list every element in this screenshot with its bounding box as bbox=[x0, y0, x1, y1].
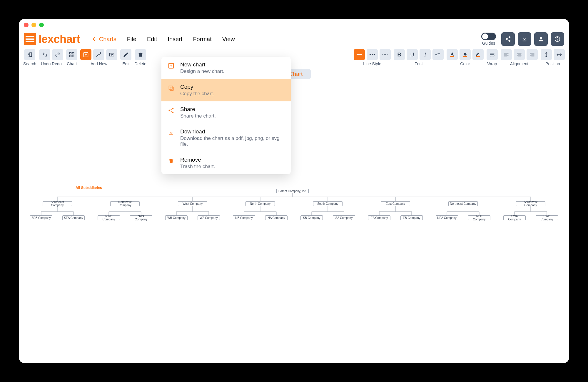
menu-bar: Charts File Edit Insert Format View bbox=[92, 36, 235, 43]
account-button[interactable] bbox=[534, 32, 548, 46]
help-icon bbox=[554, 36, 561, 42]
undo-button[interactable] bbox=[39, 49, 50, 60]
font-size-button[interactable]: TT bbox=[432, 49, 444, 60]
window-zoom-button[interactable] bbox=[39, 23, 44, 27]
org-node[interactable]: Southeast Company bbox=[43, 201, 72, 206]
canvas[interactable]: e Chart All Subsidiaries Parent Company,… bbox=[19, 69, 569, 363]
font-label: Font bbox=[415, 61, 423, 66]
arrows-v-icon bbox=[543, 52, 549, 58]
bold-button[interactable]: B bbox=[394, 49, 405, 60]
add-connector-button[interactable] bbox=[93, 49, 104, 60]
redo-button[interactable] bbox=[52, 49, 63, 60]
position-up-button[interactable] bbox=[541, 49, 552, 60]
org-node[interactable]: SEB Company bbox=[30, 215, 52, 220]
org-node[interactable]: EB Company bbox=[400, 215, 423, 220]
dd-desc: Design a new chart. bbox=[180, 68, 224, 74]
menu-insert[interactable]: Insert bbox=[168, 36, 182, 43]
toolbar-group-wrap: Wrap bbox=[487, 49, 498, 66]
add-box-button[interactable] bbox=[80, 49, 91, 60]
org-node[interactable]: South Company bbox=[313, 201, 343, 206]
org-node[interactable]: West Company bbox=[178, 201, 207, 206]
guides-toggle[interactable] bbox=[481, 33, 496, 40]
dd-title: Remove bbox=[180, 157, 215, 163]
fill-color-button[interactable] bbox=[460, 49, 471, 60]
dropdown-new-chart[interactable]: New chart Design a new chart. bbox=[161, 57, 291, 79]
italic-button[interactable]: I bbox=[420, 49, 431, 60]
help-button[interactable] bbox=[551, 32, 564, 46]
svg-rect-62 bbox=[169, 86, 172, 89]
download-button[interactable] bbox=[518, 32, 531, 46]
org-node[interactable]: NEB Company bbox=[468, 215, 490, 220]
org-node[interactable]: East Company bbox=[381, 201, 410, 206]
delete-button[interactable] bbox=[135, 49, 146, 60]
dropdown-copy[interactable]: Copy Copy the chart. bbox=[161, 79, 291, 101]
org-node[interactable]: Northeast Company bbox=[448, 201, 478, 206]
dd-desc: Trash the chart. bbox=[180, 164, 215, 170]
org-node[interactable]: Parent Company, Inc. bbox=[276, 189, 309, 193]
menu-format[interactable]: Format bbox=[193, 36, 211, 43]
toolbar-group-edit: Edit bbox=[120, 49, 131, 66]
window-minimize-button[interactable] bbox=[31, 23, 36, 27]
line-dotted-button[interactable] bbox=[380, 49, 391, 60]
org-node[interactable]: WA Company bbox=[198, 215, 220, 220]
org-node[interactable]: SA Company bbox=[333, 215, 355, 220]
download-icon bbox=[521, 36, 528, 42]
dropdown-download[interactable]: Download Download the chart as a pdf, jp… bbox=[161, 124, 291, 152]
org-node[interactable]: NA Company bbox=[265, 215, 288, 220]
org-node[interactable]: NWB Company bbox=[98, 215, 120, 220]
align-left-button[interactable] bbox=[501, 49, 512, 60]
add-text-button[interactable] bbox=[106, 49, 117, 60]
org-node[interactable]: North Company bbox=[245, 201, 275, 206]
chart-button[interactable] bbox=[66, 49, 77, 60]
toolbar-group-delete: Delete bbox=[134, 49, 146, 66]
position-label: Position bbox=[545, 61, 560, 66]
toolbar-group-color: Color bbox=[447, 49, 484, 66]
align-center-button[interactable] bbox=[514, 49, 525, 60]
org-node[interactable]: SEA Company bbox=[62, 215, 85, 220]
search-list-icon bbox=[27, 52, 33, 58]
undo-icon bbox=[42, 52, 48, 58]
menu-file[interactable]: File bbox=[127, 36, 136, 43]
svg-point-7 bbox=[96, 56, 97, 57]
org-node[interactable]: NWA Company bbox=[130, 215, 152, 220]
brand-logo[interactable]: lexchart bbox=[24, 33, 80, 46]
trash-icon bbox=[167, 157, 175, 165]
wrap-button[interactable] bbox=[487, 49, 498, 60]
align-center-icon bbox=[516, 52, 522, 58]
toolbar: Search Undo Redo Chart bbox=[19, 47, 569, 69]
org-node[interactable]: WB Company bbox=[165, 215, 188, 220]
dropdown-remove[interactable]: Remove Trash the chart. bbox=[161, 152, 291, 174]
align-right-button[interactable] bbox=[527, 49, 538, 60]
org-node[interactable]: Southwest Company bbox=[516, 201, 545, 206]
svg-rect-1 bbox=[30, 53, 32, 56]
search-button[interactable] bbox=[24, 49, 35, 60]
font-color-icon bbox=[449, 52, 455, 58]
font-color-button[interactable] bbox=[447, 49, 458, 60]
share-button[interactable] bbox=[501, 32, 515, 46]
org-node[interactable]: SWB Company bbox=[536, 215, 558, 220]
org-node[interactable]: EA Company bbox=[368, 215, 390, 220]
back-to-charts[interactable]: Charts bbox=[92, 36, 116, 43]
grid-icon bbox=[69, 52, 75, 58]
underline-button[interactable]: U bbox=[407, 49, 418, 60]
org-node[interactable]: NEA Company bbox=[436, 215, 458, 220]
user-icon bbox=[538, 36, 544, 42]
window-close-button[interactable] bbox=[24, 23, 29, 27]
line-solid-button[interactable] bbox=[354, 49, 365, 60]
undo-redo-label: Undo Redo bbox=[41, 61, 62, 66]
pencil-color-button[interactable] bbox=[472, 49, 484, 60]
svg-rect-17 bbox=[476, 56, 480, 57]
edit-button[interactable] bbox=[120, 49, 131, 60]
org-node[interactable]: Northwest Company bbox=[110, 201, 140, 206]
position-down-button[interactable] bbox=[554, 49, 565, 60]
menu-view[interactable]: View bbox=[222, 36, 235, 43]
org-node[interactable]: SB Company bbox=[300, 215, 323, 220]
line-dashed-button[interactable] bbox=[367, 49, 378, 60]
menu-edit[interactable]: Edit bbox=[147, 36, 157, 43]
dropdown-share[interactable]: Share Share the chart. bbox=[161, 101, 291, 124]
align-left-icon bbox=[503, 52, 509, 58]
color-label: Color bbox=[460, 61, 470, 66]
org-node[interactable]: SWA Company bbox=[503, 215, 526, 220]
org-node[interactable]: NB Company bbox=[233, 215, 255, 220]
dd-desc: Share the chart. bbox=[180, 113, 216, 119]
